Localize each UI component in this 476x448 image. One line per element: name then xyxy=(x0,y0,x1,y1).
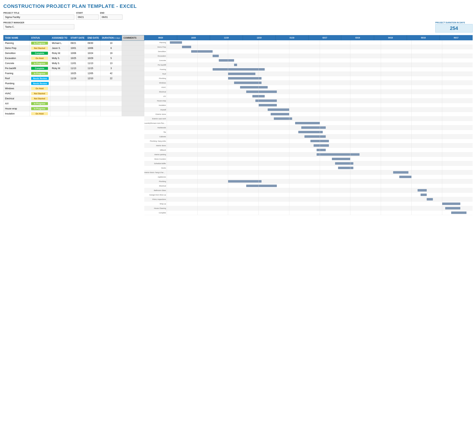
gantt-grid-line xyxy=(411,67,412,72)
manager-label: PROJECT MANAGER xyxy=(3,22,74,24)
gantt-grid-line xyxy=(228,90,228,94)
gantt-grid-line xyxy=(167,179,167,184)
gantt-bar xyxy=(213,55,219,57)
gantt-bars-area xyxy=(167,139,473,143)
gantt-grid-line xyxy=(381,45,381,49)
table-row: ElectricalNot Started xyxy=(4,96,144,101)
gantt-grid-line xyxy=(411,116,412,121)
gantt-bars-area xyxy=(167,58,473,63)
gantt-bars-area xyxy=(167,152,473,157)
table-row: PlanningIn ProgressMichael L.09/2109/301… xyxy=(4,41,144,46)
gantt-row: A/V xyxy=(144,94,473,99)
gantt-grid-line xyxy=(320,206,320,210)
gantt-grid-line xyxy=(167,148,167,152)
gantt-grid-line xyxy=(411,166,412,170)
gantt-bars-area xyxy=(167,67,473,72)
gantt-row: Millwork xyxy=(144,148,473,152)
gantt-grid-line xyxy=(259,58,259,63)
gantt-task-label: Cabinets xyxy=(144,136,167,138)
end-cell: 11/15 xyxy=(86,66,100,71)
gantt-grid-line xyxy=(228,202,228,206)
gantt-grid-line xyxy=(381,161,381,166)
gantt-grid-line xyxy=(228,94,228,99)
gantt-grid-line xyxy=(320,170,320,175)
gantt-bar xyxy=(301,126,326,129)
gantt-bars-area xyxy=(167,121,473,125)
gantt-task-label: Pre backfill xyxy=(144,64,167,66)
gantt-grid-line xyxy=(197,116,198,121)
gantt-grid-line xyxy=(197,184,198,188)
end-value: 06/01 xyxy=(100,15,122,20)
gantt-grid-line xyxy=(197,125,198,130)
table-row: WindowsOn Hold xyxy=(4,86,144,91)
gantt-row: Electrical xyxy=(144,184,473,188)
status-cell: Not Started xyxy=(30,91,50,96)
task-name-cell: Pre backfill xyxy=(4,66,30,71)
gantt-bars-area xyxy=(167,210,473,215)
gantt-grid-line xyxy=(411,134,412,139)
gantt-grid-line xyxy=(197,202,198,206)
table-row: ExcavationOn HoldMolly S.10/2510/295 xyxy=(4,56,144,61)
gantt-grid-line xyxy=(411,197,412,202)
gantt-grid-line xyxy=(259,166,259,170)
gantt-task-label: Exterior stone xyxy=(144,113,167,115)
gantt-grid-line xyxy=(411,210,412,215)
comments-cell xyxy=(122,56,144,61)
gantt-task-label: House Cleaning xyxy=(144,207,167,209)
gantt-grid-line xyxy=(259,134,259,139)
gantt-grid-line xyxy=(320,85,320,90)
gantt-grid-line xyxy=(442,125,442,130)
gantt-grid-line xyxy=(228,103,228,108)
gantt-bars-area xyxy=(167,72,473,76)
gantt-grid-line xyxy=(381,134,381,139)
gantt-grid-line xyxy=(381,125,381,130)
gantt-row: Cabinets xyxy=(144,134,473,139)
gantt-grid-line xyxy=(320,76,320,81)
main-title: CONSTRUCTION PROJECT PLAN TEMPLATE - EXC… xyxy=(3,3,473,9)
assigned-cell xyxy=(50,71,69,76)
gantt-grid-line xyxy=(442,54,442,58)
gantt-bars-area xyxy=(167,85,473,90)
gantt-bars-area xyxy=(167,134,473,139)
gantt-task-label: FINAL Inspections xyxy=(144,198,167,200)
gantt-grid-line xyxy=(442,179,442,184)
manager-value: Tasha C. xyxy=(3,24,74,29)
gantt-grid-line xyxy=(442,134,442,139)
start-cell xyxy=(69,91,86,96)
gantt-date-label: 05/18 xyxy=(407,35,440,40)
gantt-bar xyxy=(234,82,261,84)
gantt-row: Complete xyxy=(144,210,473,215)
gantt-grid-line xyxy=(197,179,198,184)
table-row: InsulationOn Hold xyxy=(4,111,144,116)
gantt-bars-area xyxy=(167,157,473,161)
gantt-grid-line xyxy=(197,157,198,161)
gantt-grid-line xyxy=(228,157,228,161)
gantt-task-label: Appliances xyxy=(144,176,167,178)
table-row: Pre backfillCompleteRicky W.11/1311/153 xyxy=(4,66,144,71)
assigned-cell: Jason S. xyxy=(50,46,69,51)
assigned-cell: Molly S. xyxy=(50,56,69,61)
gantt-grid-line xyxy=(167,193,167,197)
gantt-bars-area xyxy=(167,45,473,49)
gantt-grid-line xyxy=(320,121,320,125)
gantt-row: Wrap up xyxy=(144,202,473,206)
status-badge: Needs Review xyxy=(31,77,49,80)
gantt-row: Laundry/furnace room flooring xyxy=(144,121,473,125)
gantt-grid-line xyxy=(259,188,259,193)
gantt-row: Exterior case work xyxy=(144,116,473,121)
gantt-grid-line xyxy=(442,63,442,67)
gantt-grid-line xyxy=(197,152,198,157)
gantt-bar xyxy=(332,158,350,160)
task-name-cell: Electrical xyxy=(4,96,30,101)
gantt-grid-line xyxy=(320,188,320,193)
gantt-grid-line xyxy=(442,148,442,152)
end-cell: 10/06 xyxy=(86,46,100,51)
gantt-grid-line xyxy=(197,45,198,49)
gantt-task-label: Hardwoods xyxy=(144,127,167,129)
gantt-grid-line xyxy=(197,143,198,148)
gantt-grid-line xyxy=(228,112,228,116)
gantt-grid-line xyxy=(197,63,198,67)
gantt-grid-line xyxy=(197,130,198,134)
gantt-task-label: Excavation xyxy=(144,55,167,57)
gantt-bar xyxy=(451,211,466,214)
